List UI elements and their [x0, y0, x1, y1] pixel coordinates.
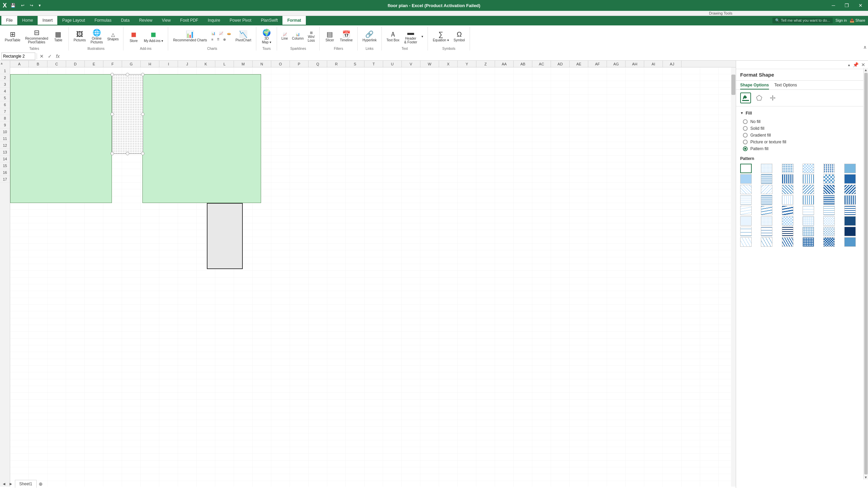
- pictures-button[interactable]: 🖼 Pictures: [72, 29, 88, 43]
- text-down-arrow[interactable]: ▾: [420, 34, 425, 39]
- pattern-cell-30[interactable]: [740, 216, 752, 226]
- tell-me-box[interactable]: 🔍 Tell me what you want to do...: [772, 18, 833, 23]
- column-chart-button[interactable]: 📊: [210, 30, 217, 36]
- tab-home[interactable]: Home: [17, 16, 38, 25]
- restore-button[interactable]: ❐: [842, 1, 852, 9]
- undo-button[interactable]: ↩: [19, 2, 26, 8]
- panel-close-button[interactable]: ✕: [860, 61, 867, 68]
- slicer-button[interactable]: ▤ Slicer: [322, 29, 337, 43]
- table-button[interactable]: ▦ Table: [51, 29, 66, 43]
- winloss-sparkline-button[interactable]: ⊞ Win/Loss: [306, 30, 316, 43]
- pattern-cell-17[interactable]: [844, 185, 856, 194]
- pattern-cell-5[interactable]: [844, 164, 856, 173]
- tab-page-layout[interactable]: Page Layout: [57, 16, 90, 25]
- pattern-cell-27[interactable]: [803, 206, 814, 215]
- pattern-cell-7[interactable]: [761, 174, 772, 184]
- pattern-cell-34[interactable]: [823, 216, 835, 226]
- add-sheet-button[interactable]: ⊕: [38, 481, 43, 487]
- pattern-cell-15[interactable]: [803, 185, 814, 194]
- pattern-cell-38[interactable]: [782, 227, 793, 236]
- pattern-cell-13[interactable]: [761, 185, 772, 194]
- pattern-cell-19[interactable]: [761, 195, 772, 205]
- store-button[interactable]: ◼ Store: [126, 29, 141, 44]
- my-addins-button[interactable]: ◼ My Add-ins ▾: [142, 29, 165, 44]
- pattern-cell-0[interactable]: [740, 164, 752, 173]
- pattern-cell-18[interactable]: [740, 195, 752, 205]
- 3d-map-button[interactable]: 🌍 3DMap ▾: [259, 28, 274, 45]
- redo-button[interactable]: ↪: [28, 2, 35, 8]
- pattern-cell-2[interactable]: [782, 164, 793, 173]
- pattern-cell-37[interactable]: [761, 227, 772, 236]
- pattern-cell-14[interactable]: [782, 185, 793, 194]
- sign-in[interactable]: Sign in: [835, 18, 847, 22]
- symbol-button[interactable]: Ω Symbol: [452, 29, 467, 43]
- tab-file[interactable]: File: [1, 16, 17, 25]
- tab-shape-options[interactable]: Shape Options: [740, 83, 769, 89]
- scatter-chart-button[interactable]: ⠿: [215, 37, 221, 42]
- tab-text-options[interactable]: Text Options: [774, 83, 797, 89]
- panel-scroll-up[interactable]: ▲: [864, 68, 868, 72]
- pattern-cell-22[interactable]: [823, 195, 835, 205]
- cells-area[interactable]: [10, 67, 736, 487]
- pattern-cell-4[interactable]: [823, 164, 835, 173]
- tab-review[interactable]: Review: [134, 16, 157, 25]
- pattern-cell-33[interactable]: [803, 216, 814, 226]
- pattern-fill-option[interactable]: Pattern fill: [740, 145, 864, 152]
- pivot-table-button[interactable]: ⊞ PivotTable: [3, 29, 22, 43]
- column-sparkline-button[interactable]: 📊 Column: [290, 32, 305, 41]
- pattern-cell-47[interactable]: [844, 237, 856, 247]
- pattern-cell-44[interactable]: [782, 237, 793, 247]
- pattern-cell-25[interactable]: [761, 206, 772, 215]
- text-box-button[interactable]: Ａ Text Box: [384, 29, 401, 43]
- fill-section-header[interactable]: ▼ Fill: [740, 109, 864, 118]
- solid-fill-option[interactable]: Solid fill: [740, 125, 864, 132]
- scroll-sheets-right[interactable]: ►: [8, 481, 14, 487]
- line-sparkline-button[interactable]: 📈 Line: [280, 32, 290, 41]
- shape-effects-icon-button[interactable]: [754, 93, 765, 103]
- tab-formulas[interactable]: Formulas: [90, 16, 116, 25]
- tab-planswift[interactable]: PlanSwift: [256, 16, 282, 25]
- pattern-cell-20[interactable]: [782, 195, 793, 205]
- no-fill-option[interactable]: No fill: [740, 118, 864, 125]
- picture-texture-fill-radio[interactable]: [743, 140, 748, 144]
- minimize-button[interactable]: ─: [829, 1, 838, 9]
- header-footer-button[interactable]: ▬ Header& Footer: [402, 28, 419, 45]
- panel-scroll-down[interactable]: ▼: [864, 475, 868, 480]
- timeline-button[interactable]: 📅 Timeline: [338, 29, 355, 43]
- ribbon-expand-button[interactable]: ∧: [863, 44, 867, 50]
- pattern-cell-45[interactable]: [803, 237, 814, 247]
- pattern-cell-3[interactable]: [803, 164, 814, 173]
- online-pictures-button[interactable]: 🌐 OnlinePictures: [88, 28, 105, 45]
- pattern-cell-10[interactable]: [823, 174, 835, 184]
- save-button[interactable]: 💾: [9, 2, 17, 8]
- pattern-cell-42[interactable]: [740, 237, 752, 247]
- pattern-cell-46[interactable]: [823, 237, 835, 247]
- scrollbar-thumb[interactable]: [731, 75, 735, 95]
- gradient-fill-radio[interactable]: [743, 133, 748, 138]
- more-charts-button[interactable]: ⊕: [221, 37, 228, 42]
- pattern-cell-6[interactable]: [740, 174, 752, 184]
- pattern-cell-39[interactable]: [803, 227, 814, 236]
- name-box[interactable]: Rectangle 2: [1, 53, 35, 60]
- close-button[interactable]: ✕: [856, 1, 865, 9]
- pattern-cell-11[interactable]: [844, 174, 856, 184]
- pattern-cell-24[interactable]: [740, 206, 752, 215]
- formula-input[interactable]: [62, 54, 867, 59]
- pattern-cell-43[interactable]: [761, 237, 772, 247]
- sheet-tab-1[interactable]: Sheet1: [15, 480, 37, 488]
- pattern-cell-8[interactable]: [782, 174, 793, 184]
- pattern-cell-9[interactable]: [803, 174, 814, 184]
- pattern-cell-1[interactable]: [761, 164, 772, 173]
- bar-chart-button[interactable]: ≡: [210, 37, 215, 42]
- pattern-cell-21[interactable]: [803, 195, 814, 205]
- pattern-cell-12[interactable]: [740, 185, 752, 194]
- tab-inquire[interactable]: Inquire: [203, 16, 225, 25]
- accept-formula-button[interactable]: ✓: [46, 54, 53, 59]
- hyperlink-button[interactable]: 🔗 Hyperlink: [360, 29, 379, 43]
- function-wizard-button[interactable]: fx: [55, 54, 61, 59]
- pattern-cell-29[interactable]: [844, 206, 856, 215]
- no-fill-radio[interactable]: [743, 119, 748, 124]
- share[interactable]: 📤 Share: [850, 18, 865, 23]
- tab-view[interactable]: View: [157, 16, 176, 25]
- layout-icon-button[interactable]: [767, 93, 778, 103]
